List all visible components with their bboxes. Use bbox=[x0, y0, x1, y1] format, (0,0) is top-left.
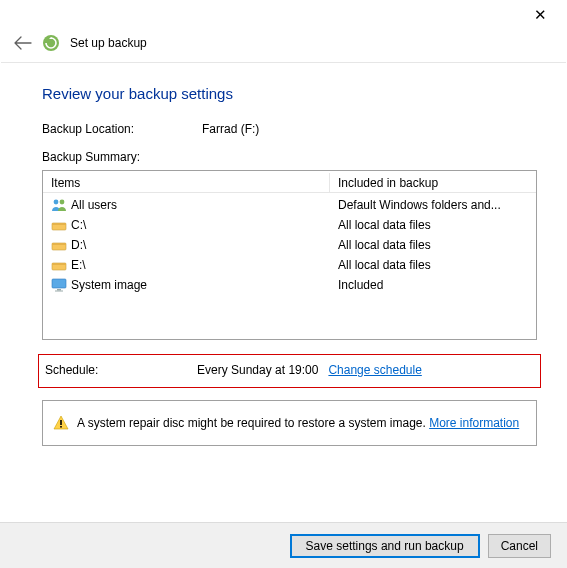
backup-summary-grid: Items Included in backup All usersDefaul… bbox=[42, 170, 537, 340]
footer: Save settings and run backup Cancel bbox=[0, 522, 567, 568]
drive-icon bbox=[51, 217, 67, 233]
monitor-icon bbox=[51, 277, 67, 293]
change-schedule-link[interactable]: Change schedule bbox=[328, 363, 421, 377]
info-box: A system repair disc might be required t… bbox=[42, 400, 537, 446]
save-and-run-button[interactable]: Save settings and run backup bbox=[290, 534, 480, 558]
backup-wizard-icon bbox=[42, 34, 60, 52]
close-icon[interactable]: ✕ bbox=[525, 6, 555, 24]
backup-location-label: Backup Location: bbox=[42, 122, 202, 136]
titlebar: ✕ bbox=[0, 0, 567, 30]
row-item-label: E:\ bbox=[71, 258, 86, 272]
warning-icon bbox=[53, 415, 69, 431]
backup-location-row: Backup Location: Farrad (F:) bbox=[42, 122, 537, 136]
row-included-label: Default Windows folders and... bbox=[330, 198, 536, 212]
row-included-label: All local data files bbox=[330, 258, 536, 272]
cancel-button[interactable]: Cancel bbox=[488, 534, 551, 558]
grid-header: Items Included in backup bbox=[43, 171, 536, 193]
svg-rect-10 bbox=[57, 289, 61, 291]
schedule-highlight: Schedule: Every Sunday at 19:00 Change s… bbox=[38, 354, 541, 388]
svg-rect-11 bbox=[55, 291, 63, 292]
info-text: A system repair disc might be required t… bbox=[77, 416, 519, 430]
page-title: Review your backup settings bbox=[42, 85, 537, 102]
svg-point-1 bbox=[54, 200, 59, 205]
wizard-header: Set up backup bbox=[0, 30, 567, 62]
row-item-label: C:\ bbox=[71, 218, 86, 232]
table-row[interactable]: D:\All local data files bbox=[43, 235, 536, 255]
svg-rect-4 bbox=[52, 223, 66, 225]
info-text-content: A system repair disc might be required t… bbox=[77, 416, 429, 430]
backup-location-value: Farrad (F:) bbox=[202, 122, 259, 136]
table-row[interactable]: E:\All local data files bbox=[43, 255, 536, 275]
row-item-label: D:\ bbox=[71, 238, 86, 252]
wizard-title: Set up backup bbox=[70, 36, 147, 50]
row-included-label: All local data files bbox=[330, 218, 536, 232]
svg-rect-8 bbox=[52, 263, 66, 265]
more-information-link[interactable]: More information bbox=[429, 416, 519, 430]
col-header-items[interactable]: Items bbox=[43, 173, 330, 192]
backup-summary-label: Backup Summary: bbox=[42, 150, 537, 164]
table-row[interactable]: All usersDefault Windows folders and... bbox=[43, 195, 536, 215]
row-included-label: Included bbox=[330, 278, 536, 292]
drive-icon bbox=[51, 257, 67, 273]
schedule-row: Schedule: Every Sunday at 19:00 Change s… bbox=[45, 363, 534, 377]
row-item-label: System image bbox=[71, 278, 147, 292]
users-icon bbox=[51, 197, 67, 213]
col-header-included[interactable]: Included in backup bbox=[330, 176, 536, 190]
svg-rect-12 bbox=[60, 420, 62, 425]
row-item-label: All users bbox=[71, 198, 117, 212]
content-area: Review your backup settings Backup Locat… bbox=[0, 63, 567, 446]
svg-rect-9 bbox=[52, 279, 66, 288]
back-arrow-icon[interactable] bbox=[14, 36, 32, 50]
svg-point-2 bbox=[60, 200, 65, 205]
table-row[interactable]: C:\All local data files bbox=[43, 215, 536, 235]
schedule-value: Every Sunday at 19:00 bbox=[197, 363, 318, 377]
svg-rect-13 bbox=[60, 426, 62, 428]
grid-body: All usersDefault Windows folders and...C… bbox=[43, 193, 536, 295]
table-row[interactable]: System imageIncluded bbox=[43, 275, 536, 295]
drive-icon bbox=[51, 237, 67, 253]
row-included-label: All local data files bbox=[330, 238, 536, 252]
schedule-label: Schedule: bbox=[45, 363, 197, 377]
svg-rect-6 bbox=[52, 243, 66, 245]
